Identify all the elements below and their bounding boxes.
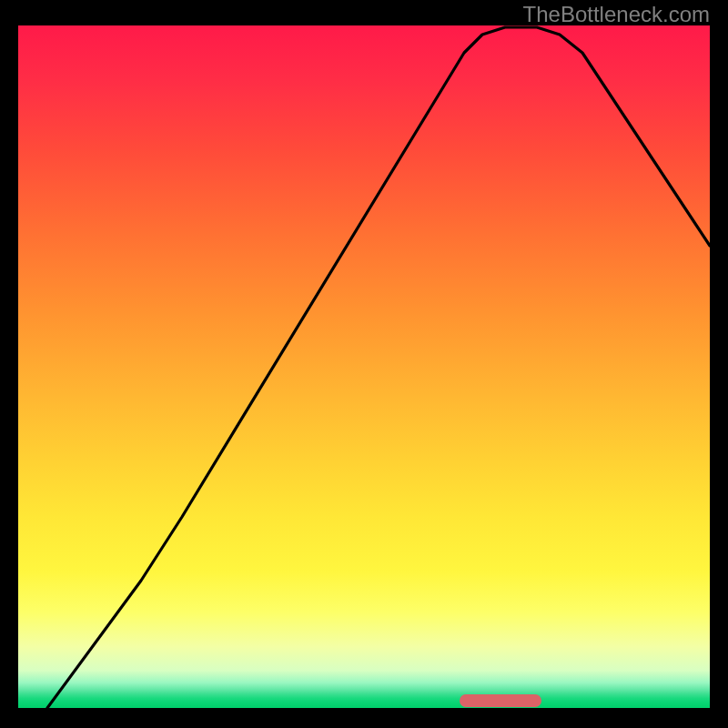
optimal-marker: [460, 694, 541, 707]
bottleneck-curve: [18, 25, 710, 708]
watermark-label: TheBottleneck.com: [523, 2, 710, 27]
plot-area: [18, 25, 710, 708]
chart-frame: TheBottleneck.com: [0, 0, 728, 728]
